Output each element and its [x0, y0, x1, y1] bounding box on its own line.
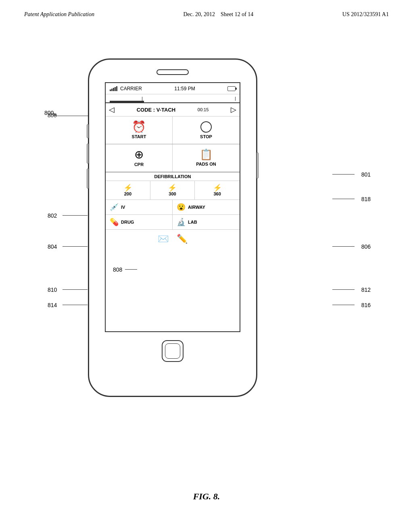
annotation-812-line: [332, 289, 355, 290]
lab-icon: 🔬: [177, 218, 186, 227]
drug-lab-row: 💊 DRUG 🔬 LAB: [106, 215, 240, 230]
annotation-810: 810: [48, 287, 57, 293]
start-label: START: [132, 134, 146, 139]
pads-on-label: PADS ON: [196, 162, 216, 166]
defib-360-button[interactable]: ⚡ 360: [195, 181, 240, 200]
defibrillation-label: DEFIBRILLATION: [106, 172, 240, 181]
annotation-808: 808: [113, 266, 122, 273]
annotation-806: 806: [361, 243, 371, 250]
patent-page: Patent Application Publication Dec. 20, …: [0, 0, 413, 532]
stop-icon: [200, 121, 212, 133]
iv-button[interactable]: 💉 IV: [106, 200, 173, 214]
pads-on-icon: 📋: [200, 150, 213, 160]
iv-icon: 💉: [110, 203, 119, 212]
annotation-810-line: [63, 289, 88, 290]
defib-300-button[interactable]: ⚡ 300: [150, 181, 195, 200]
volume-up-button[interactable]: [87, 124, 89, 138]
status-time: 11:59 PM: [174, 86, 195, 91]
annotation-806-line: [332, 246, 355, 247]
cpr-icon: ⊕: [134, 149, 144, 160]
signal-area: CARRIER: [110, 86, 142, 91]
battery-icon: [227, 86, 236, 91]
app-tab-area: [106, 94, 240, 103]
annotation-804: 804: [48, 243, 57, 250]
airway-label: AIRWAY: [188, 205, 205, 210]
annotation-818-line: [332, 199, 355, 199]
drug-button[interactable]: 💊 DRUG: [106, 215, 173, 229]
nav-timer: 00:15: [198, 107, 209, 112]
airway-icon: 😮: [177, 203, 186, 212]
annotation-814: 814: [48, 302, 57, 308]
annotation-804-line: [63, 246, 88, 247]
cpr-button[interactable]: ⊕ CPR: [106, 144, 173, 172]
annotation-801: 801: [361, 171, 371, 178]
figure-caption: FIG. 8.: [0, 491, 413, 502]
home-button[interactable]: [162, 340, 184, 362]
cpr-label: CPR: [134, 162, 144, 167]
defib-200-icon: ⚡: [123, 184, 132, 191]
annotation-814-line: [63, 305, 88, 305]
header-center: Dec. 20, 2012 Sheet 12 of 14: [184, 11, 254, 18]
annotation-801-line: [332, 174, 355, 175]
annotation-802: 802: [48, 212, 57, 219]
phone-screen: CARRIER 11:59 PM ◁ CODE : V-TACH 00:1: [105, 82, 240, 332]
defibrillation-section: DEFIBRILLATION ⚡ 200 ⚡ 300 ⚡ 360: [106, 172, 240, 200]
home-button-inner: [165, 343, 180, 359]
defibrillation-buttons: ⚡ 200 ⚡ 300 ⚡ 360: [106, 181, 240, 200]
lab-label: LAB: [188, 220, 197, 224]
drug-label: DRUG: [121, 220, 134, 224]
nav-left-arrow[interactable]: ◁: [109, 105, 115, 114]
airway-button[interactable]: 😮 AIRWAY: [173, 200, 240, 214]
iv-label: IV: [121, 205, 125, 210]
start-stop-row: ⏰ START STOP: [106, 116, 240, 144]
defib-360-icon: ⚡: [213, 184, 222, 191]
defib-200-label: 200: [124, 191, 131, 196]
defib-300-label: 300: [169, 191, 176, 196]
defib-200-button[interactable]: ⚡ 200: [106, 181, 150, 200]
figure-arrow: [56, 116, 89, 116]
signal-bars: [110, 86, 117, 91]
annotation-818: 818: [361, 196, 371, 202]
drug-icon: 💊: [110, 218, 119, 227]
annotation-816-line: [332, 305, 355, 305]
nav-right-arrow[interactable]: ▷: [231, 105, 236, 114]
start-button[interactable]: ⏰ START: [106, 116, 173, 144]
nav-row: ◁ CODE : V-TACH 00:15 ▷: [106, 103, 240, 116]
annotation-808-line: [125, 269, 137, 270]
defib-360-label: 360: [213, 191, 221, 196]
mute-button[interactable]: [87, 168, 89, 189]
defib-300-icon: ⚡: [168, 184, 177, 191]
header-left: Patent Application Publication: [24, 11, 94, 18]
annotation-816: 816: [361, 302, 371, 308]
pads-on-button[interactable]: 📋 PADS ON: [173, 144, 240, 172]
carrier-label: CARRIER: [120, 86, 142, 91]
lab-button[interactable]: 🔬 LAB: [173, 215, 240, 229]
nav-title: CODE : V-TACH: [137, 107, 176, 113]
annotation-800-arrow: ↘: [52, 111, 56, 117]
cpr-pads-row: ⊕ CPR 📋 PADS ON: [106, 144, 240, 172]
status-bar: CARRIER 11:59 PM: [106, 83, 240, 94]
edit-icon[interactable]: ✏️: [177, 234, 188, 244]
annotation-802-line: [63, 215, 88, 216]
iv-airway-row: 💉 IV 😮 AIRWAY: [106, 200, 240, 215]
phone-speaker: [156, 69, 189, 75]
volume-down-button[interactable]: [87, 143, 89, 164]
stop-label: STOP: [200, 134, 212, 139]
header-right: US 2012/323591 A1: [342, 11, 389, 18]
start-icon: ⏰: [132, 121, 146, 133]
active-tab-indicator: [110, 101, 144, 102]
phone-device: CARRIER 11:59 PM ◁ CODE : V-TACH 00:1: [88, 58, 257, 397]
patent-header: Patent Application Publication Dec. 20, …: [0, 0, 413, 18]
annotation-812: 812: [361, 287, 371, 293]
email-icon[interactable]: ✉️: [158, 234, 169, 244]
screen-footer: ✉️ ✏️: [106, 230, 240, 248]
power-button[interactable]: [257, 152, 259, 179]
stop-button[interactable]: STOP: [173, 116, 240, 144]
